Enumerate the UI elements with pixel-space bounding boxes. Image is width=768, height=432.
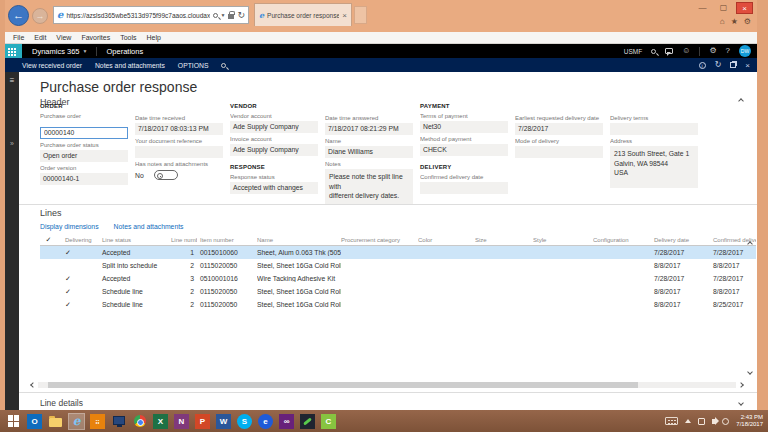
earliest-requested-delivery-date-value[interactable]: 7/28/2017	[515, 123, 603, 135]
menu-tools[interactable]: Tools	[120, 34, 136, 41]
delivering-checkbox[interactable]: ✓	[57, 288, 101, 296]
document-reference-value[interactable]	[135, 146, 223, 158]
method-of-payment-value[interactable]: CHECK	[420, 144, 508, 156]
vendor-account-value[interactable]: Ade Supply Company	[230, 121, 318, 133]
settings-gear-icon[interactable]: ⚙	[744, 17, 751, 26]
favorites-star-icon[interactable]: ★	[731, 17, 738, 26]
table-row[interactable]: ✓ Schedule line 2 0115020050 Steel, Shee…	[40, 285, 756, 298]
browser-forward-button[interactable]: →	[32, 8, 48, 24]
company-picker[interactable]: USMF	[624, 48, 642, 55]
delivering-checkbox[interactable]: ✓	[57, 249, 101, 257]
menu-edit[interactable]: Edit	[34, 34, 46, 41]
window-minimize-button[interactable]: —	[694, 2, 711, 14]
expand-nav-icon[interactable]: »	[5, 140, 19, 147]
tray-expand-icon[interactable]	[685, 416, 691, 423]
name-value[interactable]: Diane Williams	[325, 146, 413, 158]
outlook-icon[interactable]: O	[27, 414, 42, 429]
search-icon[interactable]	[213, 13, 218, 18]
menu-help[interactable]: Help	[147, 34, 161, 41]
table-row[interactable]: ✓ Accepted 3 0510001016 Wire Tacking Adh…	[40, 272, 756, 285]
col-line-status[interactable]: Line status	[101, 237, 171, 243]
delivering-checkbox[interactable]: ✓	[57, 301, 101, 309]
window-close-button[interactable]: ×	[736, 2, 753, 14]
smiley-icon[interactable]: ☺	[682, 47, 690, 55]
date-time-answered-value[interactable]: 7/18/2017 08:21:29 PM	[325, 123, 413, 135]
menu-view[interactable]: View	[56, 34, 71, 41]
tab-close-icon[interactable]: ×	[342, 11, 347, 20]
remote-desktop-icon[interactable]	[111, 414, 126, 429]
browser-back-button[interactable]: ←	[8, 5, 29, 26]
volume-icon[interactable]	[712, 419, 715, 424]
network-icon[interactable]	[722, 418, 729, 425]
col-select[interactable]: ✓	[40, 236, 57, 244]
chevron-down-icon[interactable]: ▼	[221, 12, 226, 18]
browser-tab[interactable]: e Purchase order response -- ... ×	[254, 3, 352, 26]
address-bar[interactable]: e https://azslsd365wbe5313d975f99c7aaos.…	[53, 6, 249, 24]
scrollbar-thumb[interactable]	[48, 382, 638, 388]
table-row[interactable]: ✓ Schedule line 2 0115020050 Steel, Shee…	[40, 298, 756, 311]
edge-icon[interactable]: e	[258, 414, 273, 429]
line-details-chevron-icon[interactable]	[738, 400, 744, 406]
file-explorer-icon[interactable]	[48, 414, 63, 429]
feedback-bubble-icon[interactable]	[665, 48, 673, 54]
menu-file[interactable]: File	[13, 34, 24, 41]
col-color[interactable]: Color	[418, 237, 475, 243]
tab-notes-and-attachments[interactable]: Notes and attachments	[95, 62, 165, 69]
table-row[interactable]: Split into schedule 2 0115020050 Steel, …	[40, 259, 756, 272]
notes-attachments-link[interactable]: Notes and attachments	[114, 223, 184, 230]
purchase-order-input[interactable]	[40, 127, 128, 139]
order-version-value[interactable]: 00000140-1	[40, 173, 128, 185]
start-button[interactable]	[6, 414, 21, 429]
terms-of-payment-value[interactable]: Net30	[420, 121, 508, 133]
delivery-terms-value[interactable]	[610, 123, 698, 135]
taskbar-clock[interactable]: 2:43 PM 7/18/2017	[736, 414, 763, 429]
info-icon[interactable]: i	[699, 62, 706, 69]
open-in-new-window-icon[interactable]	[730, 62, 736, 68]
notes-value[interactable]: Please note the split line with differen…	[325, 169, 413, 205]
delivering-checkbox[interactable]: ✓	[57, 275, 101, 283]
confirmed-delivery-date-value[interactable]	[420, 182, 508, 194]
onenote-icon[interactable]: N	[174, 414, 189, 429]
col-procurement-category[interactable]: Procurement category	[341, 237, 418, 243]
purchase-order-status-value[interactable]: Open order	[40, 150, 128, 162]
scroll-right-arrow[interactable]	[738, 382, 744, 388]
module-name[interactable]: Operations	[106, 47, 143, 56]
product-name[interactable]: Dynamics 365	[32, 47, 80, 56]
excel-icon[interactable]: X	[153, 414, 168, 429]
camtasia-icon[interactable]: C	[321, 414, 336, 429]
refresh-icon[interactable]: ↻	[237, 11, 245, 20]
word-icon[interactable]: W	[216, 414, 231, 429]
invoice-account-value[interactable]: Ade Supply Company	[230, 144, 318, 156]
visual-studio-icon[interactable]: ∞	[279, 414, 294, 429]
address-value[interactable]: 213 South Street, Gate 1 Galvin, WA 9854…	[610, 146, 698, 188]
col-delivery-date[interactable]: Delivery date	[652, 237, 711, 243]
col-configuration[interactable]: Configuration	[593, 237, 652, 243]
lines-section-title[interactable]: Lines	[40, 208, 62, 218]
mode-of-delivery-value[interactable]	[515, 146, 603, 158]
close-icon[interactable]: ×	[745, 61, 750, 70]
window-maximize-button[interactable]: ▢	[715, 2, 732, 14]
grid-scroll-down-arrow[interactable]	[746, 368, 754, 376]
col-line-number[interactable]: Line number	[171, 237, 197, 243]
app-launcher-waffle-icon[interactable]	[5, 44, 22, 58]
search-icon[interactable]	[651, 49, 656, 54]
touch-keyboard-icon[interactable]	[665, 417, 678, 425]
col-style[interactable]: Style	[533, 237, 593, 243]
home-icon[interactable]: ⌂	[720, 17, 725, 26]
action-center-icon[interactable]	[698, 418, 705, 425]
grid-scroll-up-arrow[interactable]	[746, 240, 754, 248]
has-notes-toggle[interactable]	[154, 170, 178, 180]
internet-explorer-icon[interactable]: e	[69, 414, 84, 429]
display-dimensions-link[interactable]: Display dimensions	[40, 223, 99, 230]
date-time-received-value[interactable]: 7/18/2017 08:03:13 PM	[135, 123, 223, 135]
powerpoint-icon[interactable]: P	[195, 414, 210, 429]
table-row[interactable]: ✓ Accepted 1 0015010060 Sheet, Alum 0.06…	[40, 246, 756, 259]
col-name[interactable]: Name	[257, 237, 341, 243]
scroll-left-arrow[interactable]	[30, 382, 36, 388]
response-status-value[interactable]: Accepted with changes	[230, 182, 318, 194]
line-details-section[interactable]: Line details	[19, 392, 757, 410]
horizontal-scrollbar[interactable]	[31, 381, 743, 389]
avatar[interactable]: DW	[739, 45, 751, 57]
gear-icon[interactable]: ⚙	[709, 47, 716, 55]
search-icon[interactable]	[221, 63, 226, 68]
